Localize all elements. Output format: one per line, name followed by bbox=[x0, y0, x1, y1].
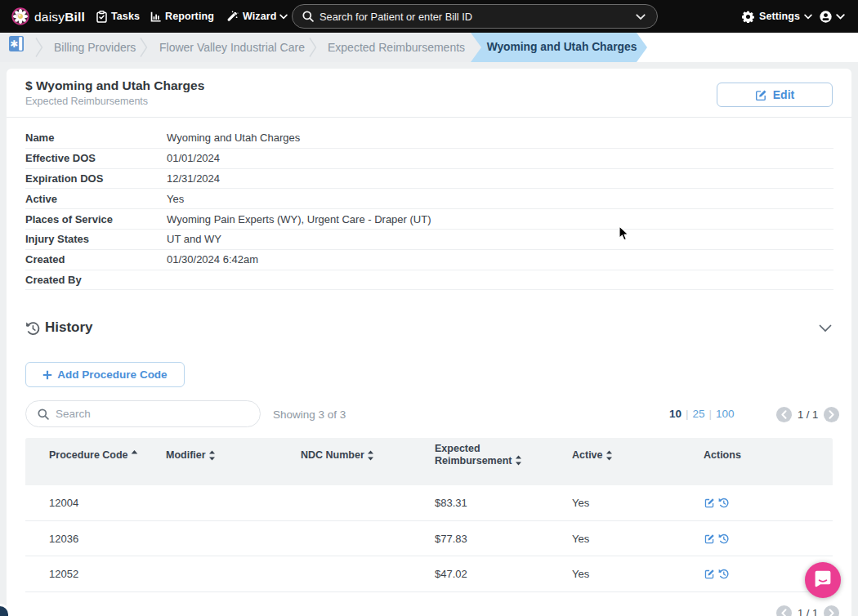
svg-text:✱: ✱ bbox=[10, 38, 18, 50]
